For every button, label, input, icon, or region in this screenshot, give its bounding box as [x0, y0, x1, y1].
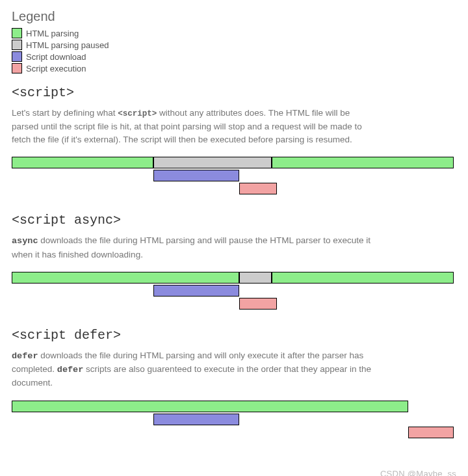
section-script-async: <script async> async downloads the file …: [12, 213, 456, 313]
timeline-bar-parsing: [12, 272, 239, 284]
legend-label: HTML parsing: [26, 29, 79, 38]
timeline-bar-paused: [153, 157, 272, 168]
section-heading: <script>: [12, 85, 456, 100]
section-heading: <script defer>: [12, 328, 456, 343]
section-body: Let's start by defining what <script> wi…: [12, 107, 376, 146]
swatch-execution: [12, 63, 22, 73]
timeline-bar-paused: [239, 272, 272, 284]
inline-bold: defer: [12, 351, 38, 361]
swatch-parsing: [12, 28, 22, 38]
timeline-script-async: [12, 272, 454, 313]
timeline-bar-download: [153, 170, 239, 181]
timeline-script-defer: [12, 401, 454, 442]
legend-label: HTML parsing paused: [26, 40, 109, 50]
legend-row: HTML parsing: [12, 28, 456, 38]
timeline-bar-execution: [239, 298, 277, 310]
timeline-bar-execution: [239, 183, 277, 194]
timeline-bar-parsing: [272, 157, 454, 168]
legend-title: Legend: [12, 9, 456, 24]
timeline-bar-parsing: [12, 157, 153, 168]
timeline-script-plain: [12, 157, 454, 198]
legend-label: Script execution: [26, 64, 86, 73]
legend-row: Script download: [12, 51, 456, 62]
inline-bold: async: [12, 236, 38, 246]
inline-code: <script>: [118, 109, 157, 118]
section-heading: <script async>: [12, 213, 456, 228]
timeline-bar-download: [153, 285, 239, 297]
timeline-bar-parsing: [272, 272, 454, 284]
timeline-bar-parsing: [12, 401, 408, 412]
section-body: defer downloads the file during HTML par…: [12, 349, 376, 390]
legend-row: Script execution: [12, 63, 456, 73]
swatch-download: [12, 51, 22, 62]
timeline-bar-download: [153, 414, 239, 425]
inline-bold: defer: [57, 365, 84, 375]
legend-label: Script download: [26, 52, 86, 62]
legend-row: HTML parsing paused: [12, 40, 456, 50]
legend-items: HTML parsing HTML parsing paused Script …: [12, 28, 456, 73]
section-body: async downloads the file during HTML par…: [12, 234, 376, 261]
timeline-bar-execution: [408, 427, 454, 438]
section-script-plain: <script> Let's start by defining what <s…: [12, 85, 456, 198]
swatch-paused: [12, 40, 22, 50]
section-script-defer: <script defer> defer downloads the file …: [12, 328, 456, 442]
